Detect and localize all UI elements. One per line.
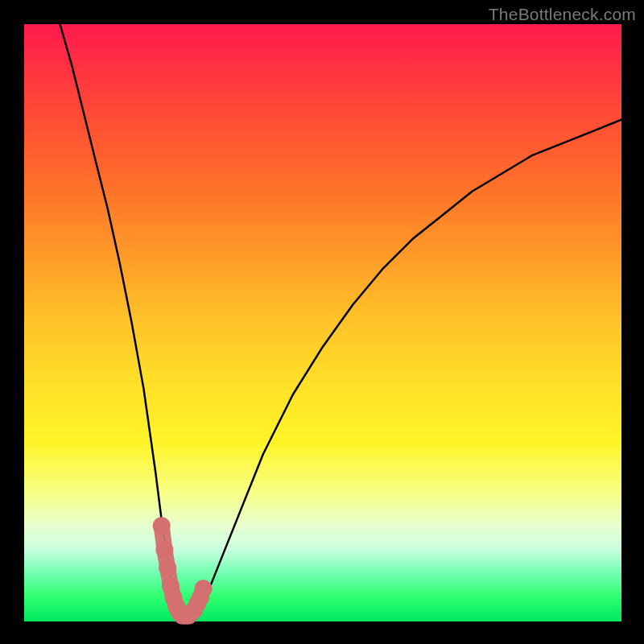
svg-point-1	[155, 541, 173, 559]
svg-point-2	[159, 559, 176, 576]
optimal-markers	[153, 517, 213, 624]
chart-frame: TheBottleneck.com	[0, 0, 644, 644]
curve-layer	[24, 24, 621, 621]
plot-area	[24, 24, 621, 621]
svg-point-14	[195, 580, 213, 597]
svg-point-0	[153, 517, 171, 535]
bottleneck-curve	[60, 24, 622, 621]
watermark-text: TheBottleneck.com	[489, 5, 636, 24]
